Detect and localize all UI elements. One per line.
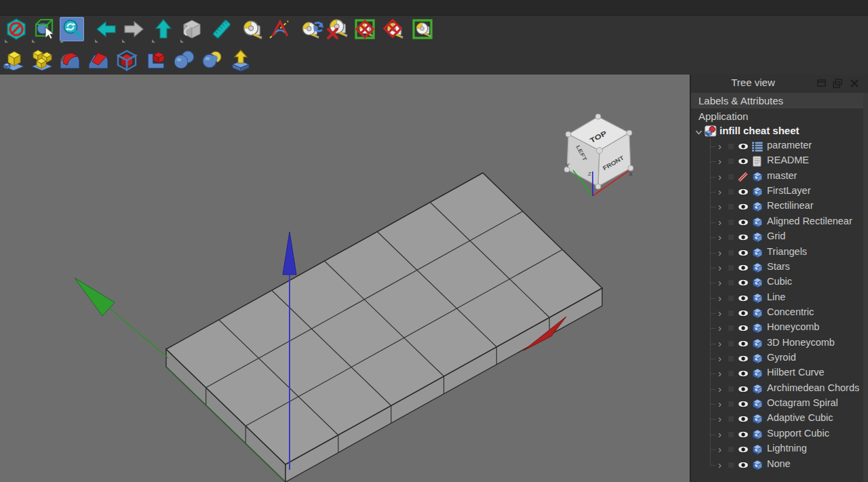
part-box-icon[interactable] — [1, 48, 26, 73]
chevron-right-icon[interactable]: › — [718, 306, 726, 321]
chevron-right-icon[interactable]: › — [718, 245, 726, 260]
tree-item[interactable]: › — [691, 321, 868, 336]
tree-item[interactable]: › — [691, 291, 868, 306]
arrow-up-icon[interactable] — [151, 17, 176, 41]
tree-item[interactable]: › — [691, 336, 868, 351]
chevron-right-icon[interactable]: › — [718, 321, 726, 336]
tree-item[interactable]: › — [691, 169, 868, 184]
visibility-eye-icon[interactable] — [737, 308, 749, 318]
tree-scrollbar[interactable] — [863, 93, 868, 482]
measure-toggle-3d-icon[interactable] — [353, 17, 377, 41]
tree-item[interactable]: › — [691, 184, 868, 199]
hexagon-no-entry-icon[interactable] — [4, 17, 28, 41]
part-extrude-icon[interactable] — [229, 48, 253, 73]
panel-collapse-icon[interactable] — [816, 78, 827, 89]
measure-toggle-all-icon[interactable] — [410, 17, 435, 41]
visibility-eye-icon[interactable] — [737, 354, 749, 363]
tree-item[interactable]: › — [691, 427, 868, 442]
tree-item[interactable]: › — [691, 199, 868, 214]
chevron-right-icon[interactable]: › — [718, 184, 726, 199]
tree-item[interactable]: › — [691, 139, 868, 154]
chevron-right-icon[interactable]: › — [718, 169, 726, 184]
visibility-eye-icon[interactable] — [737, 218, 749, 227]
visibility-eye-icon[interactable] — [737, 414, 749, 424]
tree-item[interactable]: › — [691, 397, 868, 411]
tree-item[interactable]: › — [691, 245, 868, 260]
part-chamfer-icon[interactable] — [86, 48, 111, 73]
tree-item[interactable]: › — [691, 366, 868, 381]
chevron-right-icon[interactable]: › — [718, 154, 726, 169]
arrow-back-icon[interactable] — [94, 17, 119, 41]
chevron-down-icon[interactable] — [695, 127, 703, 139]
panel-float-icon[interactable] — [832, 78, 843, 89]
chevron-right-icon[interactable]: › — [718, 291, 726, 306]
cube-grab-disabled-icon[interactable] — [180, 17, 204, 41]
measure-refresh-icon[interactable] — [300, 17, 324, 41]
part-primitives-icon[interactable] — [30, 48, 54, 73]
visibility-eye-icon[interactable] — [737, 399, 749, 409]
measure-toggle-dimension-icon[interactable] — [381, 17, 406, 41]
visibility-eye-icon[interactable] — [737, 339, 749, 348]
ruler-icon[interactable] — [210, 17, 234, 41]
chevron-right-icon[interactable]: › — [718, 427, 726, 442]
tree-item[interactable]: › — [691, 351, 868, 366]
chevron-right-icon[interactable]: › — [718, 411, 726, 426]
chevron-right-icon[interactable]: › — [718, 199, 726, 214]
panel-close-icon[interactable] — [849, 78, 860, 89]
tree-item[interactable]: › — [691, 230, 868, 245]
part-boolean-union-icon[interactable] — [172, 48, 197, 73]
visibility-eye-icon[interactable] — [737, 263, 749, 273]
part-thickness-icon[interactable] — [144, 48, 168, 73]
tree-item[interactable]: › — [691, 306, 868, 321]
chevron-right-icon[interactable]: › — [718, 458, 726, 473]
visibility-eye-icon[interactable] — [737, 294, 749, 303]
chevron-right-icon[interactable]: › — [718, 139, 726, 154]
tree-item[interactable]: › — [691, 382, 868, 397]
tree-item[interactable]: › — [691, 411, 868, 426]
tree-item[interactable]: › — [691, 154, 868, 169]
visibility-eye-icon[interactable] — [737, 233, 749, 242]
chevron-right-icon[interactable]: › — [718, 230, 726, 245]
tree-panel-titlebar[interactable]: Tree view — [691, 75, 868, 92]
tree-item[interactable]: › — [691, 442, 868, 457]
arrow-forward-icon[interactable] — [121, 17, 146, 41]
tree-item[interactable]: › — [691, 260, 868, 275]
chevron-right-icon[interactable]: › — [718, 275, 726, 290]
visibility-eye-icon[interactable] — [737, 172, 749, 182]
chevron-right-icon[interactable]: › — [718, 366, 726, 381]
visibility-eye-icon[interactable] — [737, 445, 749, 454]
chevron-right-icon[interactable]: › — [718, 260, 726, 275]
visibility-eye-icon[interactable] — [737, 248, 749, 258]
visibility-eye-icon[interactable] — [737, 384, 749, 394]
3d-viewport[interactable]: TOP LEFT FRONT Y Z X — [0, 75, 690, 482]
cube-pointer-select-icon[interactable] — [31, 17, 56, 41]
visibility-eye-icon[interactable] — [737, 460, 749, 470]
part-fillet-icon[interactable] — [58, 48, 82, 73]
zoom-fit-icon[interactable] — [60, 17, 84, 41]
slab-solid — [166, 173, 602, 482]
tree-item[interactable]: › — [691, 458, 868, 473]
tree-item[interactable]: › — [691, 215, 868, 230]
visibility-eye-icon[interactable] — [737, 278, 749, 287]
visibility-eye-icon[interactable] — [737, 369, 749, 378]
chevron-right-icon[interactable]: › — [718, 382, 726, 397]
measure-tape-icon[interactable] — [239, 17, 264, 41]
visibility-eye-icon[interactable] — [737, 157, 749, 166]
tree-item[interactable]: › — [691, 275, 868, 290]
chevron-right-icon[interactable]: › — [718, 336, 726, 351]
visibility-eye-icon[interactable] — [737, 187, 749, 197]
chevron-right-icon[interactable]: › — [718, 351, 726, 366]
part-cube-faces-icon[interactable] — [115, 48, 139, 73]
visibility-eye-icon[interactable] — [737, 430, 749, 439]
visibility-eye-icon[interactable] — [737, 323, 749, 333]
chevron-right-icon[interactable]: › — [718, 215, 726, 230]
visibility-eye-icon[interactable] — [737, 142, 749, 151]
visibility-eye-icon[interactable] — [737, 202, 749, 212]
part-boolean-cut-icon[interactable] — [200, 48, 224, 73]
measure-delete-icon[interactable] — [325, 17, 349, 41]
chevron-right-icon[interactable]: › — [718, 442, 726, 457]
tree-root-application[interactable]: Application — [691, 109, 868, 124]
measure-angle-icon[interactable] — [267, 17, 292, 41]
chevron-right-icon[interactable]: › — [718, 397, 726, 411]
tree-document-row[interactable]: infill cheat sheet — [691, 124, 868, 139]
